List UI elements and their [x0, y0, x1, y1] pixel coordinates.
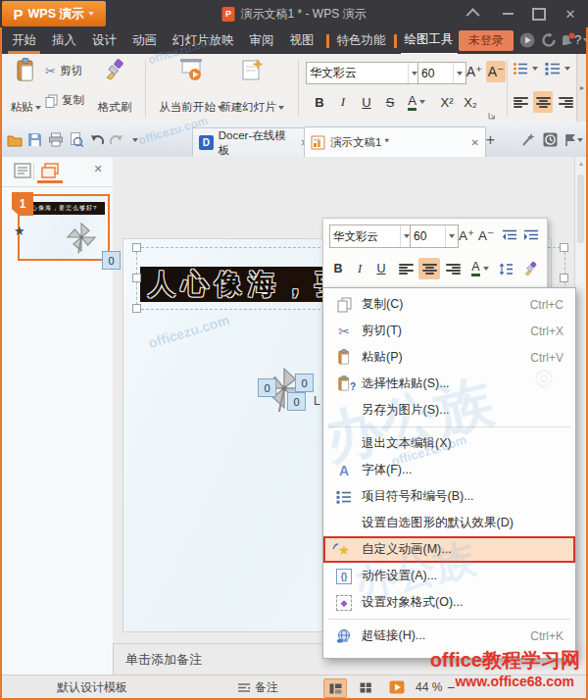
- animation-order-tag[interactable]: 0: [258, 378, 276, 397]
- italic-button[interactable]: I: [333, 91, 353, 113]
- menu-item-copy[interactable]: 复制(C) Ctrl+C: [323, 291, 575, 318]
- mini-font-color-button[interactable]: A: [466, 258, 494, 279]
- menu-item-save-as-picture[interactable]: 另存为图片(S)...: [323, 397, 575, 424]
- doc-tab-presentation[interactable]: 演示文稿1 * ✕: [304, 126, 486, 157]
- print-preview-button[interactable]: [68, 131, 84, 148]
- notes-toggle-button[interactable]: 备注: [237, 675, 278, 699]
- menu-item-hyperlink[interactable]: 超链接(H)... Ctrl+K: [323, 623, 575, 649]
- animation-order-tag[interactable]: 0: [287, 392, 306, 411]
- flag-menu-button[interactable]: [563, 131, 584, 148]
- zoom-out-button[interactable]: −: [447, 675, 455, 699]
- line-spacing-button[interactable]: [496, 258, 515, 279]
- align-left-button[interactable]: [511, 91, 530, 113]
- maximize-button[interactable]: [523, 0, 555, 27]
- mini-align-center-button[interactable]: [418, 258, 440, 279]
- superscript-button[interactable]: X²: [437, 91, 457, 113]
- mini-shrink-font-button[interactable]: A⁻: [476, 225, 496, 246]
- subscript-button[interactable]: X₂: [461, 91, 480, 113]
- resize-handle[interactable]: [560, 243, 568, 252]
- font-name-combo[interactable]: 华文彩云: [306, 62, 421, 84]
- mini-font-size-combo[interactable]: 60: [410, 225, 459, 248]
- magic-wand-button[interactable]: [519, 131, 536, 148]
- underline-button[interactable]: U: [357, 91, 376, 113]
- mini-align-right-button[interactable]: [443, 258, 463, 279]
- menu-item-font[interactable]: A 字体(F)...: [323, 457, 575, 483]
- mini-bold-button[interactable]: B: [329, 258, 347, 279]
- grow-font-button[interactable]: A⁺: [465, 61, 484, 82]
- tab-insert[interactable]: 插入: [48, 27, 80, 54]
- slideshow-button[interactable]: [386, 678, 408, 696]
- tab-review[interactable]: 审阅: [246, 27, 278, 54]
- animation-order-tag[interactable]: 0: [295, 374, 314, 392]
- menu-item-bullets-numbering[interactable]: 项目符号和编号(B)...: [323, 483, 575, 510]
- tab-drawing-tools[interactable]: 绘图工具: [401, 26, 458, 55]
- mini-grow-font-button[interactable]: A⁺: [457, 225, 476, 246]
- font-size-combo[interactable]: 60: [417, 62, 466, 84]
- outline-view-button[interactable]: [14, 163, 31, 178]
- mini-underline-button[interactable]: U: [372, 258, 390, 279]
- resize-handle[interactable]: [132, 274, 141, 282]
- tab-special-features[interactable]: 特色功能: [333, 27, 390, 54]
- play-circle-icon[interactable]: [519, 32, 535, 52]
- new-slide-button[interactable]: 新建幻灯片: [212, 58, 292, 115]
- tab-home[interactable]: 开始: [8, 27, 40, 54]
- bold-button[interactable]: B: [310, 91, 329, 113]
- menu-item-paste[interactable]: 粘贴(P) Ctrl+V: [323, 344, 575, 371]
- notification-icon[interactable]: [560, 32, 575, 52]
- history-circle-icon[interactable]: [541, 32, 557, 52]
- history-button[interactable]: [542, 131, 559, 148]
- minimize-button[interactable]: [492, 0, 523, 27]
- slides-view-button[interactable]: [41, 163, 59, 178]
- wps-app-menu-button[interactable]: P WPS 演示: [2, 1, 106, 26]
- animation-order-tag[interactable]: 0: [102, 251, 121, 270]
- tab-design[interactable]: 设计: [88, 27, 121, 54]
- paste-button[interactable]: 粘贴: [6, 58, 45, 115]
- format-painter-button[interactable]: 格式刷: [92, 58, 137, 115]
- notes-placeholder[interactable]: 单击添加备注: [125, 651, 202, 669]
- menu-item-default-shape-effects[interactable]: 设置自选图形的默认效果(D): [323, 510, 575, 536]
- shrink-font-button[interactable]: A⁻: [486, 61, 506, 82]
- menu-item-paste-special[interactable]: ? 选择性粘贴(S)...: [323, 371, 575, 397]
- tab-view[interactable]: 视图: [286, 27, 318, 54]
- resize-handle[interactable]: [560, 274, 568, 282]
- numbered-list-button[interactable]: [545, 62, 570, 75]
- open-file-button[interactable]: [6, 131, 23, 148]
- doc-tab-docer[interactable]: D Docer-在线模板 ✕: [192, 127, 316, 157]
- menu-item-object-format[interactable]: ◆ 设置对象格式(O)...: [323, 589, 575, 616]
- strikethrough-button[interactable]: S: [380, 91, 400, 113]
- save-button[interactable]: [26, 131, 43, 148]
- mini-align-left-button[interactable]: [396, 258, 416, 279]
- close-button[interactable]: ✕: [555, 0, 586, 27]
- mini-font-name-combo[interactable]: 华文彩云: [329, 225, 414, 248]
- decrease-indent-button[interactable]: [500, 225, 519, 246]
- close-icon[interactable]: ✕: [471, 137, 479, 148]
- tab-animation[interactable]: 动画: [128, 27, 161, 54]
- normal-view-button[interactable]: [323, 678, 347, 698]
- menu-item-action-settings[interactable]: {} 动作设置(A)...: [323, 563, 575, 589]
- undo-button[interactable]: [89, 131, 106, 148]
- dialog-launcher-icon[interactable]: [488, 112, 496, 120]
- mini-format-painter-button[interactable]: [519, 258, 541, 279]
- cut-button[interactable]: ✂ 剪切: [45, 64, 82, 78]
- menu-item-cut[interactable]: ✂ 剪切(T) Ctrl+X: [323, 318, 575, 344]
- login-button[interactable]: 未登录: [459, 30, 514, 51]
- mini-italic-button[interactable]: I: [351, 258, 368, 279]
- bullet-list-button[interactable]: [513, 62, 538, 75]
- new-tab-button[interactable]: +: [482, 131, 499, 148]
- menu-item-exit-text-edit[interactable]: 退出文本编辑(X): [323, 430, 575, 457]
- menu-item-custom-animation[interactable]: ★ 自定义动画(M)...: [323, 536, 575, 563]
- slide-sorter-view-button[interactable]: [355, 678, 376, 696]
- panel-close-button[interactable]: ✕: [90, 161, 106, 176]
- scrollbar-thumb[interactable]: [577, 175, 584, 243]
- tab-slideshow[interactable]: 幻灯片放映: [169, 27, 238, 54]
- increase-indent-button[interactable]: [521, 225, 541, 246]
- collapse-ribbon-button[interactable]: [459, 0, 490, 27]
- resize-handle[interactable]: [132, 304, 141, 313]
- print-button[interactable]: [47, 131, 64, 148]
- copy-button[interactable]: 复制: [45, 93, 84, 108]
- redo-button[interactable]: [108, 131, 124, 148]
- resize-handle[interactable]: [132, 243, 141, 252]
- align-right-button[interactable]: [556, 91, 575, 113]
- align-center-button[interactable]: [533, 91, 553, 113]
- font-color-button[interactable]: A: [404, 91, 429, 113]
